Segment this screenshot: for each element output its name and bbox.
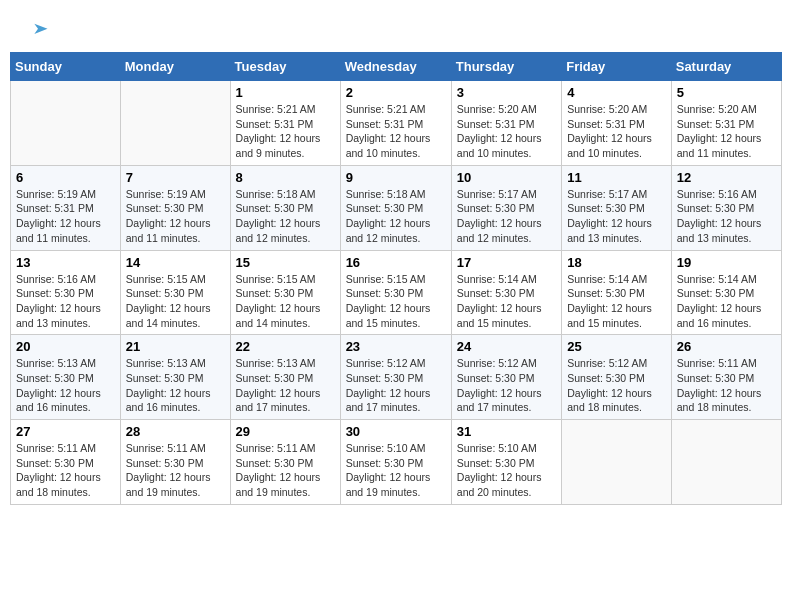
weekday-header-saturday: Saturday — [671, 53, 781, 81]
calendar-cell: 11Sunrise: 5:17 AM Sunset: 5:30 PM Dayli… — [562, 165, 672, 250]
day-number: 19 — [677, 255, 776, 270]
calendar-cell: 28Sunrise: 5:11 AM Sunset: 5:30 PM Dayli… — [120, 420, 230, 505]
day-number: 14 — [126, 255, 225, 270]
day-number: 6 — [16, 170, 115, 185]
day-number: 24 — [457, 339, 556, 354]
day-number: 9 — [346, 170, 446, 185]
calendar-cell: 23Sunrise: 5:12 AM Sunset: 5:30 PM Dayli… — [340, 335, 451, 420]
day-number: 7 — [126, 170, 225, 185]
calendar-cell: 7Sunrise: 5:19 AM Sunset: 5:30 PM Daylig… — [120, 165, 230, 250]
weekday-header-sunday: Sunday — [11, 53, 121, 81]
calendar-cell: 10Sunrise: 5:17 AM Sunset: 5:30 PM Dayli… — [451, 165, 561, 250]
day-info: Sunrise: 5:18 AM Sunset: 5:30 PM Dayligh… — [236, 187, 335, 246]
calendar-cell: 24Sunrise: 5:12 AM Sunset: 5:30 PM Dayli… — [451, 335, 561, 420]
day-number: 10 — [457, 170, 556, 185]
logo-icon — [27, 20, 49, 42]
day-info: Sunrise: 5:15 AM Sunset: 5:30 PM Dayligh… — [126, 272, 225, 331]
calendar-cell: 4Sunrise: 5:20 AM Sunset: 5:31 PM Daylig… — [562, 81, 672, 166]
day-number: 2 — [346, 85, 446, 100]
day-number: 30 — [346, 424, 446, 439]
day-info: Sunrise: 5:20 AM Sunset: 5:31 PM Dayligh… — [457, 102, 556, 161]
day-number: 3 — [457, 85, 556, 100]
weekday-header-wednesday: Wednesday — [340, 53, 451, 81]
day-number: 11 — [567, 170, 666, 185]
week-row-4: 20Sunrise: 5:13 AM Sunset: 5:30 PM Dayli… — [11, 335, 782, 420]
day-info: Sunrise: 5:21 AM Sunset: 5:31 PM Dayligh… — [236, 102, 335, 161]
day-number: 5 — [677, 85, 776, 100]
weekday-header-tuesday: Tuesday — [230, 53, 340, 81]
calendar-cell: 9Sunrise: 5:18 AM Sunset: 5:30 PM Daylig… — [340, 165, 451, 250]
weekday-header-friday: Friday — [562, 53, 672, 81]
calendar-table: SundayMondayTuesdayWednesdayThursdayFrid… — [10, 52, 782, 505]
day-info: Sunrise: 5:11 AM Sunset: 5:30 PM Dayligh… — [236, 441, 335, 500]
day-info: Sunrise: 5:11 AM Sunset: 5:30 PM Dayligh… — [126, 441, 225, 500]
day-info: Sunrise: 5:20 AM Sunset: 5:31 PM Dayligh… — [567, 102, 666, 161]
day-info: Sunrise: 5:10 AM Sunset: 5:30 PM Dayligh… — [346, 441, 446, 500]
calendar-cell — [120, 81, 230, 166]
day-info: Sunrise: 5:17 AM Sunset: 5:30 PM Dayligh… — [457, 187, 556, 246]
calendar-cell — [11, 81, 121, 166]
svg-marker-0 — [34, 24, 47, 34]
calendar-cell: 31Sunrise: 5:10 AM Sunset: 5:30 PM Dayli… — [451, 420, 561, 505]
calendar-cell: 2Sunrise: 5:21 AM Sunset: 5:31 PM Daylig… — [340, 81, 451, 166]
day-info: Sunrise: 5:21 AM Sunset: 5:31 PM Dayligh… — [346, 102, 446, 161]
day-number: 26 — [677, 339, 776, 354]
day-number: 1 — [236, 85, 335, 100]
day-number: 13 — [16, 255, 115, 270]
day-info: Sunrise: 5:19 AM Sunset: 5:31 PM Dayligh… — [16, 187, 115, 246]
calendar-cell: 29Sunrise: 5:11 AM Sunset: 5:30 PM Dayli… — [230, 420, 340, 505]
calendar-cell: 22Sunrise: 5:13 AM Sunset: 5:30 PM Dayli… — [230, 335, 340, 420]
week-row-3: 13Sunrise: 5:16 AM Sunset: 5:30 PM Dayli… — [11, 250, 782, 335]
day-number: 27 — [16, 424, 115, 439]
calendar-cell: 25Sunrise: 5:12 AM Sunset: 5:30 PM Dayli… — [562, 335, 672, 420]
calendar-cell: 1Sunrise: 5:21 AM Sunset: 5:31 PM Daylig… — [230, 81, 340, 166]
day-info: Sunrise: 5:14 AM Sunset: 5:30 PM Dayligh… — [567, 272, 666, 331]
day-info: Sunrise: 5:13 AM Sunset: 5:30 PM Dayligh… — [126, 356, 225, 415]
day-number: 31 — [457, 424, 556, 439]
calendar-cell: 21Sunrise: 5:13 AM Sunset: 5:30 PM Dayli… — [120, 335, 230, 420]
page-header — [10, 10, 782, 47]
day-number: 23 — [346, 339, 446, 354]
day-info: Sunrise: 5:16 AM Sunset: 5:30 PM Dayligh… — [677, 187, 776, 246]
day-info: Sunrise: 5:11 AM Sunset: 5:30 PM Dayligh… — [16, 441, 115, 500]
calendar-cell: 13Sunrise: 5:16 AM Sunset: 5:30 PM Dayli… — [11, 250, 121, 335]
week-row-5: 27Sunrise: 5:11 AM Sunset: 5:30 PM Dayli… — [11, 420, 782, 505]
day-number: 4 — [567, 85, 666, 100]
day-info: Sunrise: 5:10 AM Sunset: 5:30 PM Dayligh… — [457, 441, 556, 500]
day-info: Sunrise: 5:15 AM Sunset: 5:30 PM Dayligh… — [346, 272, 446, 331]
day-number: 29 — [236, 424, 335, 439]
calendar-cell: 27Sunrise: 5:11 AM Sunset: 5:30 PM Dayli… — [11, 420, 121, 505]
calendar-cell — [671, 420, 781, 505]
weekday-header-row: SundayMondayTuesdayWednesdayThursdayFrid… — [11, 53, 782, 81]
day-info: Sunrise: 5:12 AM Sunset: 5:30 PM Dayligh… — [567, 356, 666, 415]
day-number: 16 — [346, 255, 446, 270]
calendar-cell: 30Sunrise: 5:10 AM Sunset: 5:30 PM Dayli… — [340, 420, 451, 505]
day-info: Sunrise: 5:13 AM Sunset: 5:30 PM Dayligh… — [16, 356, 115, 415]
calendar-cell — [562, 420, 672, 505]
day-info: Sunrise: 5:12 AM Sunset: 5:30 PM Dayligh… — [457, 356, 556, 415]
day-info: Sunrise: 5:14 AM Sunset: 5:30 PM Dayligh… — [677, 272, 776, 331]
calendar-cell: 5Sunrise: 5:20 AM Sunset: 5:31 PM Daylig… — [671, 81, 781, 166]
day-number: 21 — [126, 339, 225, 354]
day-number: 25 — [567, 339, 666, 354]
day-number: 22 — [236, 339, 335, 354]
day-number: 18 — [567, 255, 666, 270]
week-row-2: 6Sunrise: 5:19 AM Sunset: 5:31 PM Daylig… — [11, 165, 782, 250]
day-info: Sunrise: 5:15 AM Sunset: 5:30 PM Dayligh… — [236, 272, 335, 331]
day-info: Sunrise: 5:19 AM Sunset: 5:30 PM Dayligh… — [126, 187, 225, 246]
day-info: Sunrise: 5:11 AM Sunset: 5:30 PM Dayligh… — [677, 356, 776, 415]
weekday-header-thursday: Thursday — [451, 53, 561, 81]
calendar-cell: 15Sunrise: 5:15 AM Sunset: 5:30 PM Dayli… — [230, 250, 340, 335]
day-info: Sunrise: 5:16 AM Sunset: 5:30 PM Dayligh… — [16, 272, 115, 331]
day-info: Sunrise: 5:20 AM Sunset: 5:31 PM Dayligh… — [677, 102, 776, 161]
logo — [25, 20, 49, 42]
day-info: Sunrise: 5:13 AM Sunset: 5:30 PM Dayligh… — [236, 356, 335, 415]
calendar-cell: 18Sunrise: 5:14 AM Sunset: 5:30 PM Dayli… — [562, 250, 672, 335]
day-number: 28 — [126, 424, 225, 439]
day-info: Sunrise: 5:17 AM Sunset: 5:30 PM Dayligh… — [567, 187, 666, 246]
day-number: 8 — [236, 170, 335, 185]
calendar-cell: 26Sunrise: 5:11 AM Sunset: 5:30 PM Dayli… — [671, 335, 781, 420]
calendar-cell: 6Sunrise: 5:19 AM Sunset: 5:31 PM Daylig… — [11, 165, 121, 250]
day-number: 12 — [677, 170, 776, 185]
calendar-cell: 8Sunrise: 5:18 AM Sunset: 5:30 PM Daylig… — [230, 165, 340, 250]
